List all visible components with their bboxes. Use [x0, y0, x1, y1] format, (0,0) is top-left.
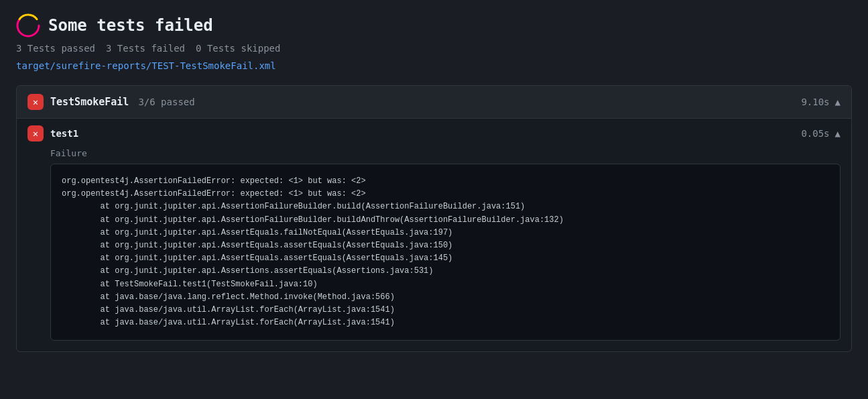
- test-case-left: ✕ test1: [27, 125, 78, 141]
- stack-trace-line: at org.junit.jupiter.api.Assertions.asse…: [62, 265, 829, 278]
- failure-label: Failure: [50, 148, 841, 158]
- stack-trace-line: at org.junit.jupiter.api.AssertEquals.as…: [62, 239, 829, 252]
- failure-section: Failure org.opentest4j.AssertionFailedEr…: [17, 148, 851, 351]
- stack-trace-box: org.opentest4j.AssertionFailedError: exp…: [50, 164, 841, 341]
- suite-name: TestSmokeFail: [50, 96, 129, 108]
- skipped-count: 0 Tests skipped: [196, 43, 280, 54]
- page-title: Some tests failed: [48, 16, 213, 35]
- status-icon: [16, 13, 40, 38]
- stack-trace-line: org.opentest4j.AssertionFailedError: exp…: [62, 188, 829, 201]
- case-name: test1: [50, 128, 78, 139]
- page-container: Some tests failed 3 Tests passed 3 Tests…: [0, 0, 868, 374]
- case-chevron-icon: ▲: [835, 128, 841, 139]
- test-case-card: ✕ test1 0.05s ▲ Failure org.opentest4j.A…: [17, 118, 851, 351]
- stack-trace-line: at org.junit.jupiter.api.AssertEquals.fa…: [62, 227, 829, 239]
- stack-trace-line: at TestSmokeFail.test1(TestSmokeFail.jav…: [62, 278, 829, 291]
- suite-fail-badge: ✕: [27, 94, 44, 110]
- test-suite-header[interactable]: ✕ TestSmokeFail 3/6 passed 9.10s ▲: [17, 86, 851, 118]
- stack-trace-line: at org.junit.jupiter.api.AssertionFailur…: [62, 214, 829, 227]
- stats-row: 3 Tests passed 3 Tests failed 0 Tests sk…: [16, 43, 852, 54]
- test-suite-right: 9.10s ▲: [801, 97, 841, 107]
- test-case-right: 0.05s ▲: [801, 128, 841, 139]
- stack-trace-line: at java.base/java.util.ArrayList.forEach…: [62, 317, 829, 329]
- case-fail-badge: ✕: [27, 125, 44, 141]
- stack-trace-line: at java.base/java.util.ArrayList.forEach…: [62, 304, 829, 317]
- suite-passed-label: 3/6 passed: [138, 97, 194, 107]
- test-case-header[interactable]: ✕ test1 0.05s ▲: [17, 119, 851, 148]
- stack-trace-line: at org.junit.jupiter.api.AssertEquals.as…: [62, 252, 829, 265]
- report-link[interactable]: target/surefire-reports/TEST-TestSmokeFa…: [16, 60, 276, 71]
- stack-trace-line: org.opentest4j.AssertionFailedError: exp…: [62, 175, 829, 188]
- suite-duration: 9.10s: [801, 97, 829, 107]
- suite-chevron-icon: ▲: [835, 97, 841, 107]
- title-row: Some tests failed: [16, 13, 852, 38]
- stack-trace-line: at org.junit.jupiter.api.AssertionFailur…: [62, 201, 829, 213]
- stack-trace-line: at java.base/java.lang.reflect.Method.in…: [62, 291, 829, 304]
- test-suite-card: ✕ TestSmokeFail 3/6 passed 9.10s ▲ ✕ tes…: [16, 85, 852, 352]
- failed-count: 3 Tests failed: [106, 43, 185, 54]
- test-suite-left: ✕ TestSmokeFail 3/6 passed: [27, 94, 195, 110]
- passed-count: 3 Tests passed: [16, 43, 95, 54]
- header-section: Some tests failed 3 Tests passed 3 Tests…: [16, 13, 852, 72]
- case-duration: 0.05s: [801, 128, 829, 139]
